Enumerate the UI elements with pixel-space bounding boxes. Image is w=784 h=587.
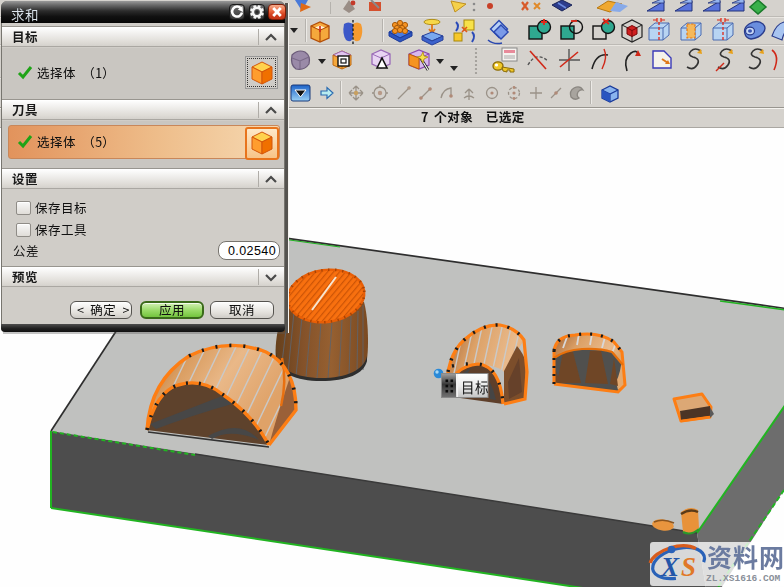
svg-text:ZL.XS1616.COM: ZL.XS1616.COM [706, 573, 780, 584]
svg-text:X: X [660, 552, 680, 582]
svg-text:S: S [681, 552, 696, 582]
